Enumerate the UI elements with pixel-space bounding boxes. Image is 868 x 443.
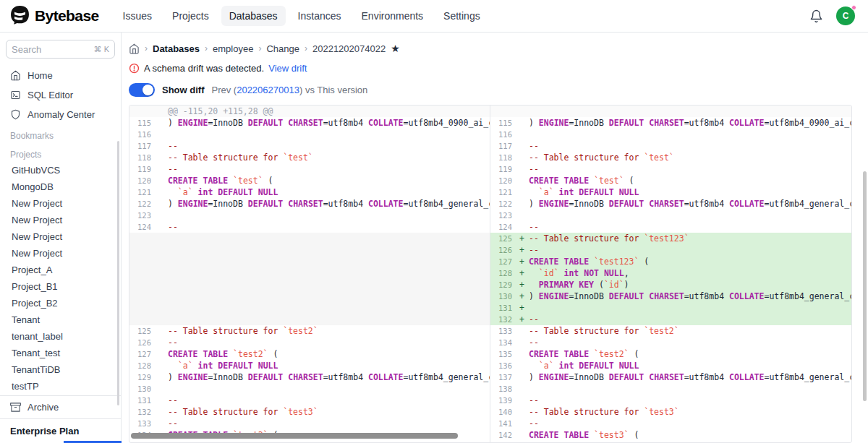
project-item[interactable]: testTP <box>0 378 121 395</box>
project-item[interactable]: New Project <box>0 228 121 245</box>
code-text: ) ENGINE=InnoDB DEFAULT CHARSET=utf8mb4 … <box>529 198 851 210</box>
show-diff-toggle[interactable] <box>129 83 155 97</box>
code-text: -- <box>529 418 539 429</box>
project-item[interactable]: New Project <box>0 195 121 212</box>
diff-marker <box>519 429 529 441</box>
line-number: 126 <box>129 337 158 348</box>
line-number: 120 <box>490 175 519 186</box>
sidebar-scrollbar[interactable] <box>117 141 119 405</box>
code-text: `a` int DEFAULT NULL <box>529 360 639 371</box>
line-number: 118 <box>490 152 519 163</box>
brand-name: Bytebase <box>35 7 99 25</box>
diff-marker <box>158 152 168 163</box>
code-text: -- <box>168 140 178 152</box>
diff-line: 129+ PRIMARY KEY (`id`) <box>490 279 851 291</box>
top-navbar: Bytebase IssuesProjectsDatabasesInstance… <box>0 0 868 33</box>
breadcrumb-separator: › <box>205 43 208 53</box>
diff-line: 140-- Table structure for `test3` <box>490 406 851 418</box>
nav-item-settings[interactable]: Settings <box>435 6 488 26</box>
diff-horizontal-scrollbar[interactable] <box>131 433 458 439</box>
diff-spacer-row <box>129 244 490 256</box>
line-number: 122 <box>490 198 519 210</box>
project-item[interactable]: Project_B1 <box>0 278 121 295</box>
nav-item-issues[interactable]: Issues <box>115 6 160 26</box>
bell-icon[interactable] <box>809 9 823 23</box>
line-number <box>129 233 158 244</box>
breadcrumb-item[interactable]: employee <box>213 43 253 54</box>
breadcrumb-item[interactable]: 20221202074022 <box>312 43 386 54</box>
line-number: 119 <box>129 163 158 175</box>
line-number: 137 <box>490 371 519 383</box>
diff-line: 115) ENGINE=InnoDB DEFAULT CHARSET=utf8m… <box>129 117 490 129</box>
diff-line: 117-- <box>490 140 851 152</box>
project-item[interactable]: Tenant <box>0 311 121 328</box>
diff-marker <box>519 163 529 175</box>
diff-marker <box>158 337 168 348</box>
nav-item-instances[interactable]: Instances <box>290 6 349 26</box>
breadcrumb-separator: › <box>258 43 261 53</box>
diff-marker: + <box>519 267 529 279</box>
project-item[interactable]: TenantTiDB <box>0 361 121 378</box>
diff-line: 132+-- <box>490 314 851 325</box>
diff-marker <box>519 198 529 210</box>
nav-item-environments[interactable]: Environments <box>354 6 432 26</box>
sidebar-main-nav: HomeSQL EditorAnomaly Center <box>0 66 121 124</box>
code-text: -- <box>168 337 178 348</box>
breadcrumb-item[interactable]: Databases <box>153 43 200 54</box>
project-item[interactable]: GitHubVCS <box>0 162 121 179</box>
line-number: 115 <box>490 117 519 129</box>
prev-prefix: Prev ( <box>212 85 237 95</box>
sidebar-item-anomaly-center[interactable]: Anomaly Center <box>0 105 121 124</box>
sidebar-item-home[interactable]: Home <box>0 66 121 85</box>
diff-marker <box>519 348 529 360</box>
diff-marker <box>519 175 529 186</box>
project-item[interactable]: Project_B2 <box>0 295 121 311</box>
project-item[interactable]: New Project <box>0 245 121 262</box>
nav-item-projects[interactable]: Projects <box>164 6 217 26</box>
diff-marker <box>158 325 168 337</box>
diff-line: 118-- Table structure for `test` <box>490 152 851 163</box>
project-item[interactable]: tenant_label <box>0 328 121 345</box>
line-number: 128 <box>490 267 519 279</box>
avatar[interactable]: C <box>836 7 855 25</box>
favorite-star-icon[interactable]: ★ <box>391 43 400 53</box>
line-number <box>129 244 158 256</box>
line-number <box>129 267 158 279</box>
diff-marker <box>519 418 529 429</box>
nav-item-databases[interactable]: Databases <box>221 6 286 26</box>
diff-marker <box>158 302 168 314</box>
diff-line: 136 `a` int DEFAULT NULL <box>490 360 851 371</box>
line-number: 132 <box>490 314 519 325</box>
sidebar-item-archive[interactable]: Archive <box>0 395 121 418</box>
diff-line: 133-- <box>129 418 490 429</box>
archive-icon <box>10 402 21 413</box>
line-number: 121 <box>129 186 158 198</box>
diff-marker <box>158 163 168 175</box>
line-number: 117 <box>129 140 158 152</box>
diff-line: 121 `a` int DEFAULT NULL <box>490 186 851 198</box>
line-number: 130 <box>490 291 519 302</box>
code-text: ) ENGINE=InnoDB DEFAULT CHARSET=utf8mb4 … <box>529 371 851 383</box>
alert-exclamation-icon <box>129 63 140 74</box>
prev-version-link[interactable]: 202206270013 <box>237 85 299 95</box>
code-text: CREATE TABLE `test3` ( <box>529 429 639 441</box>
page-vertical-scrollbar[interactable] <box>863 171 867 401</box>
code-text: CREATE TABLE `test2` ( <box>529 348 639 360</box>
view-drift-link[interactable]: View drift <box>268 63 307 74</box>
diff-line: 126+-- <box>490 244 851 256</box>
project-item[interactable]: MongoDB <box>0 179 121 195</box>
project-item[interactable]: New Project <box>0 212 121 228</box>
project-item[interactable]: Tenant_test <box>0 345 121 361</box>
code-text: -- <box>529 337 539 348</box>
bytebase-logo[interactable]: Bytebase <box>10 5 99 27</box>
diff-marker <box>158 267 168 279</box>
sidebar-item-sql-editor[interactable]: SQL Editor <box>0 85 121 105</box>
project-item[interactable]: Project_A <box>0 262 121 278</box>
diff-spacer-row <box>129 279 490 291</box>
breadcrumb-item[interactable]: Change <box>266 43 299 54</box>
search-input[interactable]: Search ⌘ K <box>6 40 115 59</box>
diff-spacer-row <box>129 256 490 267</box>
diff-line: 131-- <box>129 395 490 406</box>
home-icon[interactable] <box>129 43 140 54</box>
diff-line: 124-- <box>490 221 851 233</box>
